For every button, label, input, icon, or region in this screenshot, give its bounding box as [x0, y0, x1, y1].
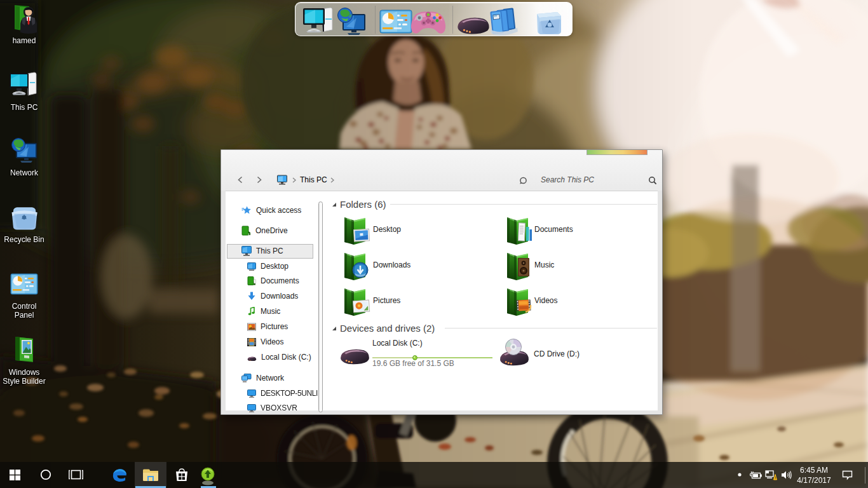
- svg-text:!: !: [775, 476, 776, 480]
